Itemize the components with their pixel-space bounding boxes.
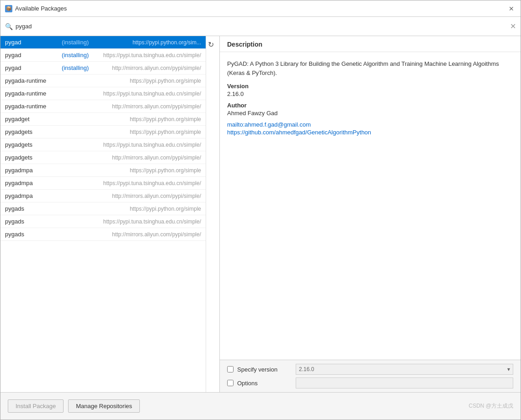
- package-url: https://pypi.tuna.tsinghua.edu.cn/simple…: [103, 180, 201, 186]
- package-name: pygadmpa: [5, 180, 60, 186]
- package-url: https://pypi.python.org/simple: [130, 116, 201, 122]
- options-input[interactable]: [296, 377, 513, 388]
- author-label: Author: [227, 102, 513, 109]
- package-url: http://mirrors.aliyun.com/pypi/simple/: [112, 193, 201, 199]
- watermark: CSDN @方土成戊: [468, 402, 513, 410]
- specify-version-dropdown[interactable]: 2.16.0 ▾: [296, 364, 513, 375]
- specify-version-label: Specify version: [237, 366, 292, 373]
- package-url: https://pypi.python.org/simple: [130, 206, 201, 212]
- package-url: https://pypi.tuna.tsinghua.edu.cn/simple…: [103, 142, 201, 148]
- specify-version-row: Specify version 2.16.0 ▾: [227, 364, 513, 375]
- manage-repositories-button[interactable]: Manage Repositories: [68, 399, 140, 413]
- package-row[interactable]: pygad(installing)https://pypi.tuna.tsing…: [0, 49, 206, 62]
- package-row[interactable]: pygad(installing)https://pypi.python.org…: [0, 36, 206, 49]
- package-name: pygadget: [5, 116, 60, 122]
- package-row[interactable]: pygada-runtimehttps://pypi.python.org/si…: [0, 74, 206, 87]
- list-with-refresh: pygad(installing)https://pypi.python.org…: [0, 36, 219, 392]
- package-name: pygada-runtime: [5, 103, 60, 110]
- package-name: pygada-runtime: [5, 90, 60, 97]
- window-title: Available Packages: [15, 5, 67, 12]
- main-content: pygad(installing)https://pypi.python.org…: [0, 36, 521, 392]
- package-row[interactable]: pygada-runtimehttps://pypi.tuna.tsinghua…: [0, 87, 206, 100]
- available-packages-window: 📦 Available Packages ✕ 🔍 ✕ pygad(install…: [0, 0, 521, 420]
- search-bar: 🔍 ✕: [0, 17, 521, 36]
- package-name: pygadgets: [5, 128, 60, 135]
- package-name: pygada-runtime: [5, 77, 60, 84]
- description-header: Description: [220, 36, 521, 52]
- package-row[interactable]: pygadgethttps://pypi.python.org/simple: [0, 113, 206, 126]
- package-row[interactable]: pygadshttps://pypi.tuna.tsinghua.edu.cn/…: [0, 215, 206, 228]
- package-row[interactable]: pygadshttps://pypi.python.org/simple: [0, 202, 206, 215]
- package-url: https://pypi.tuna.tsinghua.edu.cn/simple…: [103, 52, 201, 58]
- options-checkbox[interactable]: [227, 380, 234, 386]
- package-status: (installing): [62, 39, 89, 46]
- footer-left: Install Package Manage Repositories: [8, 399, 140, 413]
- package-name: pygad: [5, 39, 60, 46]
- package-url: https://pypi.tuna.tsinghua.edu.cn/simple…: [103, 90, 201, 97]
- package-name: pygadmpa: [5, 192, 60, 199]
- package-name: pygadgets: [5, 154, 60, 161]
- package-row[interactable]: pygadmpahttps://pypi.tuna.tsinghua.edu.c…: [0, 177, 206, 190]
- package-status: (installing): [62, 64, 89, 71]
- options-label: Options: [237, 380, 292, 387]
- package-name: pygadgets: [5, 141, 60, 148]
- app-icon: 📦: [5, 5, 12, 12]
- specify-version-checkbox[interactable]: [227, 366, 234, 372]
- title-bar-left: 📦 Available Packages: [5, 5, 67, 12]
- description-content: PyGAD: A Python 3 Library for Building t…: [220, 52, 521, 360]
- version-label: Version: [227, 83, 513, 90]
- close-button[interactable]: ✕: [507, 4, 516, 13]
- search-clear-button[interactable]: ✕: [510, 23, 516, 30]
- package-status: (installing): [62, 52, 89, 58]
- package-url: https://pypi.python.org/simple: [130, 129, 201, 135]
- package-list-panel: pygad(installing)https://pypi.python.org…: [0, 36, 220, 392]
- package-row[interactable]: pygadgetshttps://pypi.tuna.tsinghua.edu.…: [0, 138, 206, 151]
- package-name: pygads: [5, 218, 60, 225]
- package-row[interactable]: pygadmpahttp://mirrors.aliyun.com/pypi/s…: [0, 190, 206, 202]
- description-panel: Description PyGAD: A Python 3 Library fo…: [220, 36, 521, 392]
- description-text: PyGAD: A Python 3 Library for Building t…: [227, 59, 513, 77]
- package-name: pygadmpa: [5, 167, 60, 174]
- footer: Install Package Manage Repositories CSDN…: [0, 392, 521, 420]
- package-url: http://mirrors.aliyun.com/pypi/simple/: [112, 103, 201, 110]
- title-bar: 📦 Available Packages ✕: [0, 0, 521, 17]
- search-icon: 🔍: [5, 23, 13, 30]
- package-url: http://mirrors.aliyun.com/pypi/simple/: [112, 154, 201, 161]
- package-row[interactable]: pygadshttp://mirrors.aliyun.com/pypi/sim…: [0, 228, 206, 241]
- package-row[interactable]: pygada-runtimehttp://mirrors.aliyun.com/…: [0, 100, 206, 113]
- package-list: pygad(installing)https://pypi.python.org…: [0, 36, 206, 392]
- package-name: pygad: [5, 52, 60, 58]
- refresh-button[interactable]: ↻: [206, 38, 216, 51]
- package-name: pygads: [5, 231, 60, 238]
- package-url: https://pypi.python.org/simple: [130, 167, 201, 174]
- package-url: http://mirrors.aliyun.com/pypi/simple/: [112, 231, 201, 238]
- package-row[interactable]: pygadmpahttps://pypi.python.org/simple: [0, 164, 206, 177]
- version-value: 2.16.0: [227, 90, 513, 97]
- package-url: https://pypi.python.org/sim...: [133, 39, 201, 46]
- package-row[interactable]: pygadgetshttp://mirrors.aliyun.com/pypi/…: [0, 151, 206, 164]
- search-input[interactable]: [16, 23, 507, 30]
- email-link[interactable]: mailto:ahmed.f.gad@gmail.com: [227, 121, 513, 128]
- refresh-btn-area: ↻: [206, 36, 219, 392]
- package-name: pygad: [5, 64, 60, 71]
- options-row: Options: [227, 377, 513, 388]
- package-row[interactable]: pygad(installing)http://mirrors.aliyun.c…: [0, 62, 206, 74]
- package-name: pygads: [5, 205, 60, 212]
- package-url: https://pypi.python.org/simple: [130, 78, 201, 84]
- package-url: https://pypi.tuna.tsinghua.edu.cn/simple…: [103, 218, 201, 225]
- bottom-options: Specify version 2.16.0 ▾ Options: [220, 360, 521, 392]
- author-value: Ahmed Fawzy Gad: [227, 110, 513, 117]
- package-url: http://mirrors.aliyun.com/pypi/simple/: [112, 65, 201, 71]
- install-package-button[interactable]: Install Package: [8, 399, 64, 413]
- package-row[interactable]: pygadgetshttps://pypi.python.org/simple: [0, 126, 206, 138]
- github-link[interactable]: https://github.com/ahmedfgad/GeneticAlgo…: [227, 129, 513, 136]
